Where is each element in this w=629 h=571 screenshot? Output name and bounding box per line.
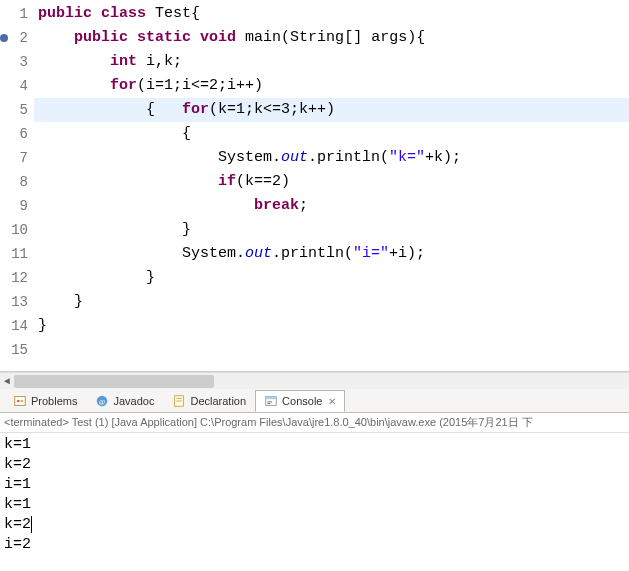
console-line: i=2 [4,535,625,555]
code-line[interactable]: { for(k=1;k<=3;k++) [34,98,629,122]
javadoc-icon: @ [95,394,109,408]
line-number: 10 [2,218,28,242]
code-line[interactable]: if(k==2) [34,170,629,194]
line-number: 11 [2,242,28,266]
tab-javadoc[interactable]: @Javadoc [86,390,163,412]
line-number: 1 [2,2,28,26]
svg-text:@: @ [99,397,106,405]
line-number: 15 [2,338,28,362]
console-icon [264,394,278,408]
tab-console[interactable]: Console✕ [255,390,345,412]
scroll-left-icon[interactable]: ◄ [0,373,14,390]
line-number: 9 [2,194,28,218]
code-line[interactable]: } [34,314,629,338]
line-number: 13 [2,290,28,314]
console-status: <terminated> Test (1) [Java Application]… [0,413,629,433]
line-number: 3 [2,50,28,74]
tab-label: Console [282,395,322,407]
svg-point-2 [20,399,23,402]
console-output: k=1k=2i=1k=1k=2i=2 [0,433,629,557]
tab-declaration[interactable]: Declaration [163,390,255,412]
code-line[interactable]: } [34,290,629,314]
tab-label: Problems [31,395,77,407]
console-line: i=1 [4,475,625,495]
close-icon[interactable]: ✕ [326,396,336,407]
line-number: 4 [2,74,28,98]
line-number: 2 [2,26,28,50]
svg-rect-0 [15,396,26,405]
line-number: 7 [2,146,28,170]
code-line[interactable]: for(i=1;i<=2;i++) [34,74,629,98]
line-number: 12 [2,266,28,290]
console-line: k=1 [4,495,625,515]
code-line[interactable]: { [34,122,629,146]
line-gutter: 123456789101112131415 [0,0,34,371]
horizontal-scrollbar[interactable]: ◄ [0,372,629,389]
code-line[interactable] [34,338,629,362]
console-line: k=2 [4,455,625,475]
code-line[interactable]: public static void main(String[] args){ [34,26,629,50]
svg-rect-9 [266,397,277,400]
code-line[interactable]: } [34,266,629,290]
svg-point-1 [17,399,20,402]
console-line: k=1 [4,435,625,455]
code-line[interactable]: System.out.println("i="+i); [34,242,629,266]
code-line[interactable]: public class Test{ [34,2,629,26]
declaration-icon [172,394,186,408]
line-number: 5 [2,98,28,122]
code-line[interactable]: break; [34,194,629,218]
line-number: 14 [2,314,28,338]
line-number: 6 [2,122,28,146]
tab-label: Declaration [190,395,246,407]
code-area[interactable]: public class Test{ public static void ma… [34,0,629,371]
tab-problems[interactable]: Problems [4,390,86,412]
tab-label: Javadoc [113,395,154,407]
code-line[interactable]: int i,k; [34,50,629,74]
console-line: k=2 [4,515,625,535]
code-editor[interactable]: 123456789101112131415 public class Test{… [0,0,629,372]
code-line[interactable]: } [34,218,629,242]
scrollbar-thumb[interactable] [14,375,214,388]
problems-icon [13,394,27,408]
code-line[interactable]: System.out.println("k="+k); [34,146,629,170]
bottom-tabs: Problems@JavadocDeclarationConsole✕ [0,389,629,413]
line-number: 8 [2,170,28,194]
